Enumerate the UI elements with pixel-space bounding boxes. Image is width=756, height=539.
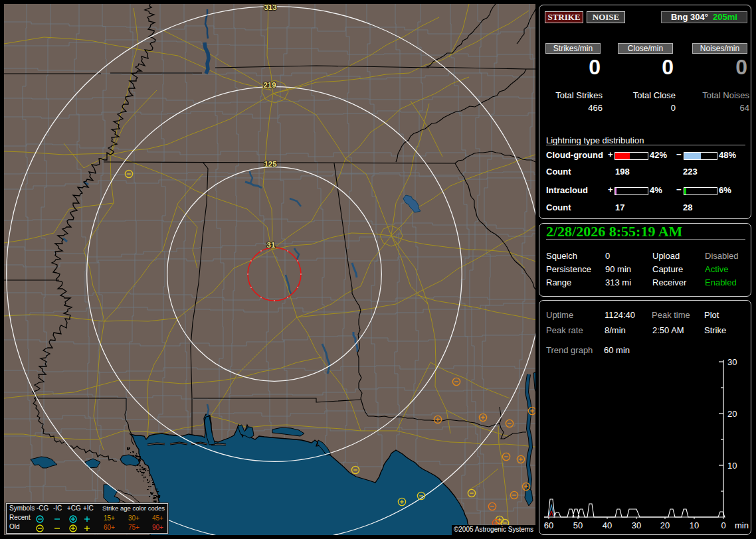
svg-text:10: 10 <box>727 461 737 471</box>
svg-text:60: 60 <box>544 520 553 530</box>
svg-text:20: 20 <box>660 520 670 530</box>
svg-text:219: 219 <box>263 81 276 89</box>
svg-text:31: 31 <box>267 241 276 249</box>
svg-text:30: 30 <box>632 520 641 530</box>
svg-text:10: 10 <box>690 520 699 530</box>
svg-text:50: 50 <box>573 520 583 530</box>
svg-text:min: min <box>735 520 749 530</box>
svg-text:40: 40 <box>603 520 612 530</box>
svg-text:0: 0 <box>721 520 725 530</box>
svg-text:20: 20 <box>727 409 737 419</box>
svg-text:30: 30 <box>727 357 737 367</box>
svg-text:313: 313 <box>264 4 276 11</box>
svg-text:125: 125 <box>264 160 277 168</box>
